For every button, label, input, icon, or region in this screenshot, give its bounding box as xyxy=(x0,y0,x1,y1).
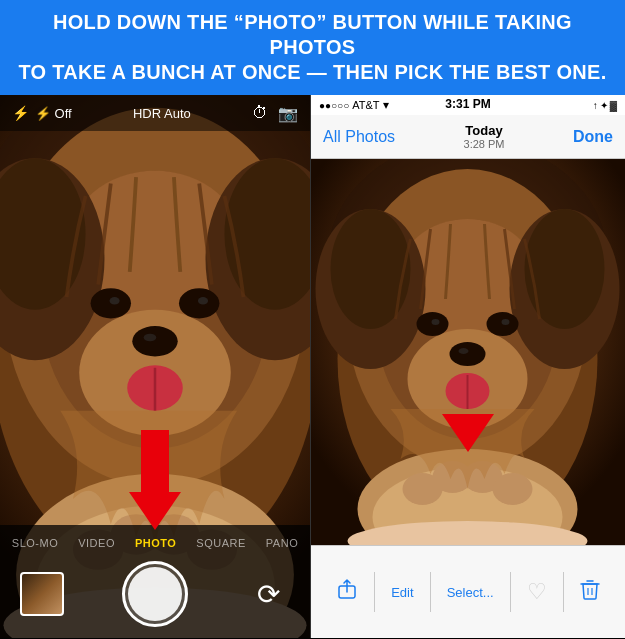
header-banner: HOLD DOWN THE “PHOTO” BUTTON WHILE TAKIN… xyxy=(0,0,625,95)
svg-point-50 xyxy=(493,473,533,505)
header-line2: TO TAKE A BUNCH AT ONCE — THEN PICK THE … xyxy=(16,60,609,85)
svg-point-15 xyxy=(91,288,131,318)
right-arrow-head xyxy=(442,414,494,452)
status-right-icons: ↑ ✦ ▓ xyxy=(593,100,617,111)
svg-point-41 xyxy=(417,312,449,336)
svg-point-35 xyxy=(525,209,605,329)
svg-point-44 xyxy=(502,319,510,325)
flash-icon: ⚡ xyxy=(12,105,29,121)
mode-pano[interactable]: PANO xyxy=(256,533,308,553)
mode-slo-mo[interactable]: SLO-MO xyxy=(2,533,68,553)
edit-label: Edit xyxy=(391,585,413,600)
select-button[interactable]: Select... xyxy=(433,577,508,608)
svg-point-11 xyxy=(132,326,177,356)
arrow-head xyxy=(129,492,181,530)
right-nav-bar: All Photos Today 3:28 PM Done xyxy=(311,115,625,159)
toolbar-divider-4 xyxy=(563,572,564,612)
camera-controls: ⟳ xyxy=(0,553,310,627)
right-status-bar: ●●○○○ AT&T ▾ 3:31 PM ↑ ✦ ▓ xyxy=(311,95,625,115)
svg-point-16 xyxy=(179,288,219,318)
front-camera-button[interactable]: ⟳ xyxy=(246,572,290,616)
toolbar-divider-2 xyxy=(430,572,431,612)
header-line1: HOLD DOWN THE “PHOTO” BUTTON WHILE TAKIN… xyxy=(16,10,609,60)
flash-label: ⚡ Off xyxy=(35,106,72,121)
shutter-button[interactable] xyxy=(122,561,188,627)
left-phone: ⚡ ⚡ Off HDR Auto ⏱ 📷 SLO-MO VIDEO PHOTO … xyxy=(0,95,310,638)
left-red-arrow xyxy=(129,430,181,530)
svg-point-37 xyxy=(450,342,486,366)
edit-button[interactable]: Edit xyxy=(377,577,427,608)
phones-container: ⚡ ⚡ Off HDR Auto ⏱ 📷 SLO-MO VIDEO PHOTO … xyxy=(0,95,625,638)
flash-control[interactable]: ⚡ ⚡ Off xyxy=(12,105,72,121)
select-label: Select... xyxy=(447,585,494,600)
hdr-label: HDR Auto xyxy=(133,106,191,121)
front-camera-icon: ⟳ xyxy=(257,578,280,611)
toolbar-divider-1 xyxy=(374,572,375,612)
svg-point-18 xyxy=(198,297,208,305)
svg-point-34 xyxy=(331,209,411,329)
mode-video[interactable]: VIDEO xyxy=(68,533,125,553)
share-icon xyxy=(336,578,358,606)
favorite-button[interactable]: ♡ xyxy=(513,571,561,613)
signal-dots: ●●○○○ xyxy=(319,100,349,111)
nav-title: Today xyxy=(464,123,505,138)
right-photo-area xyxy=(311,159,625,545)
right-phone: ●●○○○ AT&T ▾ 3:31 PM ↑ ✦ ▓ All Photos To… xyxy=(310,95,625,638)
heart-icon: ♡ xyxy=(527,579,547,605)
left-bottom-bar: SLO-MO VIDEO PHOTO SQUARE PANO ⟳ xyxy=(0,525,310,638)
photo-thumbnail[interactable] xyxy=(20,572,64,616)
svg-point-43 xyxy=(432,319,440,325)
svg-point-42 xyxy=(487,312,519,336)
battery-icon: ▓ xyxy=(610,100,617,111)
back-button[interactable]: All Photos xyxy=(323,128,395,146)
delete-button[interactable] xyxy=(566,571,614,614)
toolbar-divider-3 xyxy=(510,572,511,612)
left-camera-status-bar: ⚡ ⚡ Off HDR Auto ⏱ 📷 xyxy=(0,95,310,131)
bluetooth-icon: ✦ xyxy=(600,100,608,111)
svg-point-12 xyxy=(144,334,157,342)
svg-point-38 xyxy=(459,348,469,354)
hdr-control[interactable]: HDR Auto xyxy=(133,104,191,122)
shutter-inner xyxy=(128,567,182,621)
camera-right-controls: ⏱ 📷 xyxy=(252,104,298,123)
share-button[interactable] xyxy=(322,570,372,614)
flip-camera-icon[interactable]: 📷 xyxy=(278,104,298,123)
nav-title-group: Today 3:28 PM xyxy=(464,123,505,150)
mode-square[interactable]: SQUARE xyxy=(186,533,255,553)
timer-icon[interactable]: ⏱ xyxy=(252,104,268,122)
wifi-icon: ▾ xyxy=(383,98,389,112)
carrier-label: AT&T xyxy=(352,99,379,111)
svg-point-17 xyxy=(110,297,120,305)
trash-icon xyxy=(580,579,600,606)
done-button[interactable]: Done xyxy=(573,128,613,146)
mode-photo[interactable]: PHOTO xyxy=(125,533,186,553)
right-bottom-toolbar: Edit Select... ♡ xyxy=(311,545,625,638)
nav-subtitle: 3:28 PM xyxy=(464,138,505,150)
status-time: 3:31 PM xyxy=(445,97,490,111)
arrow-shaft xyxy=(141,430,169,492)
right-dog-photo xyxy=(311,159,625,545)
right-red-arrow xyxy=(442,414,494,452)
status-left-icons: ●●○○○ AT&T ▾ xyxy=(319,98,389,112)
location-icon: ↑ xyxy=(593,100,598,111)
